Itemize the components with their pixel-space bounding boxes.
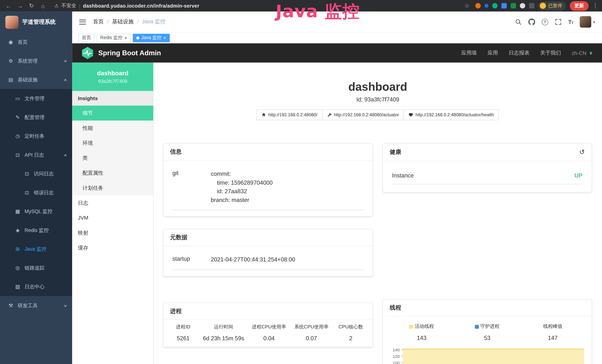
- live-threads-area: [403, 349, 584, 364]
- sidebar-item-scheduled-tasks[interactable]: ◷ 定时任务: [0, 127, 72, 145]
- chart-plot-area: [403, 346, 585, 364]
- chevron-down-icon: ∨: [589, 50, 593, 56]
- tab-java-monitor[interactable]: Java 监控 ×: [133, 33, 170, 42]
- sidebar-item-devtools[interactable]: ⚒ 研发工具 ∨: [0, 296, 72, 315]
- sba-nav-wallboard[interactable]: 应用墙: [461, 50, 477, 56]
- service-url-link[interactable]: http://192.168.0.2:48080/: [256, 109, 322, 120]
- locale-select[interactable]: zh-CN ∨: [572, 50, 593, 56]
- log-center-icon: ▧: [15, 284, 21, 289]
- home-icon[interactable]: ⌂: [38, 2, 48, 9]
- sidebar-item-system[interactable]: ⚙ 系统管理 ∨: [0, 51, 72, 70]
- sidebar-item-java-monitor[interactable]: ⊞ Java 监控: [0, 240, 72, 258]
- close-icon[interactable]: ×: [124, 36, 127, 40]
- reload-icon[interactable]: ↻: [27, 2, 36, 9]
- profile-avatar: [540, 3, 546, 9]
- health-status-badge: UP: [574, 172, 582, 179]
- sba-item-environment[interactable]: 环境: [72, 136, 153, 150]
- heart-icon: [409, 113, 413, 117]
- column-header: 系统CPU使用率: [290, 324, 333, 330]
- cell-value: 0.04: [248, 335, 290, 341]
- sba-item-caches[interactable]: 缓存: [72, 240, 153, 255]
- java-icon: ⊞: [15, 246, 21, 252]
- extension-icon[interactable]: [484, 4, 488, 8]
- chevron-down-icon: ∨: [64, 304, 67, 307]
- sba-item-classes[interactable]: 类: [72, 150, 153, 166]
- threads-card-title: 线程: [390, 304, 401, 311]
- help-icon[interactable]: ?: [542, 19, 548, 25]
- back-icon[interactable]: ←: [4, 2, 13, 9]
- threads-chart: 140 120 100: [389, 346, 585, 364]
- update-button[interactable]: 更新: [570, 1, 589, 11]
- sba-brand-title: Spring Boot Admin: [98, 49, 161, 57]
- sba-navbar: Spring Boot Admin 应用墙 应用 日志报表 关于我们 zh-CN…: [72, 43, 602, 63]
- app-logo[interactable]: 芋道管理系统: [0, 11, 72, 33]
- fullscreen-icon[interactable]: [555, 18, 562, 25]
- active-dot-icon: [136, 36, 140, 40]
- timer-icon: ◷: [15, 133, 21, 139]
- config-icon: ✎: [15, 114, 21, 120]
- user-menu[interactable]: ▾: [580, 16, 595, 28]
- threads-legend: 活动线程 143 守护进程: [389, 319, 585, 341]
- address-bar[interactable]: ⚠ 不安全 | dashboard.yudao.iocoder.cn/infra…: [54, 2, 199, 9]
- sba-item-details[interactable]: 细节: [72, 106, 153, 120]
- instance-header[interactable]: dashboard 93a3fc7f7409: [72, 63, 153, 91]
- annotation-text: Java 监控: [276, 0, 360, 23]
- extension-icon[interactable]: [492, 3, 498, 9]
- sidebar-item-error-logs[interactable]: ⊡ 错误日志: [0, 183, 72, 202]
- info-card-title: 信息: [170, 148, 182, 155]
- git-row: git commit: time: 1596289704000 id: 27aa…: [172, 165, 364, 210]
- extension-on-toggle-icon[interactable]: [511, 3, 516, 9]
- cell-value: 0.07: [290, 335, 333, 341]
- dashboard-icon: ◉: [8, 39, 14, 45]
- github-icon[interactable]: [528, 18, 535, 25]
- health-card: 健康 ↺ Instance UP: [383, 143, 592, 192]
- sba-item-scheduled-tasks[interactable]: 计划任务: [72, 181, 153, 195]
- search-icon[interactable]: [515, 18, 522, 25]
- extension-icon[interactable]: [501, 3, 507, 9]
- sidebar-item-access-logs[interactable]: ⊡ 访问日志: [0, 164, 72, 183]
- sba-item-config-props[interactable]: 配置属性: [72, 166, 153, 181]
- close-icon[interactable]: ×: [163, 36, 166, 40]
- sidebar-item-file-management[interactable]: ▭ 文件管理: [0, 89, 72, 108]
- sba-nav-journal[interactable]: 日志报表: [509, 50, 529, 56]
- breadcrumb-home[interactable]: 首页: [93, 18, 104, 25]
- sba-item-metrics[interactable]: 性能: [72, 120, 153, 136]
- api-log-icon: ⊡: [15, 152, 21, 158]
- sidebar-item-infrastructure[interactable]: ▤ 基础设施 ∧: [0, 70, 72, 89]
- sidebar-item-mysql-monitor[interactable]: ▦ MySQL 监控: [0, 202, 72, 221]
- trace-icon: ◎: [15, 265, 21, 271]
- sba-item-mappings[interactable]: 映射: [72, 225, 153, 240]
- font-size-icon[interactable]: TT: [568, 19, 573, 25]
- sba-nav-about[interactable]: 关于我们: [540, 50, 561, 56]
- actuator-url-link[interactable]: http://192.168.0.2:48080/actuator: [322, 109, 404, 120]
- sidebar-item-trace[interactable]: ◎ 链路追踪: [0, 258, 72, 277]
- chevron-down-icon: ∨: [64, 59, 67, 63]
- sba-item-jvm[interactable]: JVM: [72, 211, 153, 225]
- hamburger-icon[interactable]: [79, 20, 86, 24]
- health-url-link[interactable]: http://192.168.0.2:48080/actuator/health: [404, 109, 499, 120]
- tab-home[interactable]: 首页: [78, 33, 94, 42]
- browser-menu-icon[interactable]: ⋮: [592, 2, 598, 9]
- tab-redis-monitor[interactable]: Redis 监控 ×: [97, 33, 130, 42]
- sidebar-item-redis-monitor[interactable]: ◈ Redis 监控: [0, 221, 72, 240]
- extension-icon[interactable]: [520, 3, 525, 9]
- sba-item-logs[interactable]: 日志: [72, 195, 153, 211]
- profile-paused-chip[interactable]: 已暂停: [538, 1, 566, 10]
- extension-icon[interactable]: [475, 3, 481, 9]
- cell-value: 2: [333, 335, 369, 341]
- history-icon[interactable]: ↺: [579, 148, 585, 156]
- y-axis: 140 120 100: [389, 346, 403, 364]
- sidebar-item-api-logs[interactable]: ⊡ API 日志 ∧: [0, 146, 72, 164]
- metadata-card: 元数据 startup 2021-04-27T00:44:31.254+08:0…: [163, 229, 373, 276]
- extension-puzzle-icon[interactable]: [529, 3, 535, 9]
- bookmark-star-icon[interactable]: ☆: [462, 2, 472, 9]
- chevron-up-icon: ∧: [64, 153, 67, 157]
- forward-icon[interactable]: →: [15, 2, 25, 9]
- sidebar-item-log-center[interactable]: ▧ 日志中心: [0, 277, 72, 296]
- sidebar-item-home[interactable]: ◉ 首页: [0, 33, 72, 51]
- sidebar-item-config-management[interactable]: ✎ 配置管理: [0, 108, 72, 127]
- legend-daemon-threads: 守护进程 53: [454, 319, 520, 341]
- breadcrumb-infrastructure[interactable]: 基础设施: [112, 18, 133, 25]
- live-threads-swatch: [409, 325, 413, 329]
- sba-nav-applications[interactable]: 应用: [488, 50, 498, 56]
